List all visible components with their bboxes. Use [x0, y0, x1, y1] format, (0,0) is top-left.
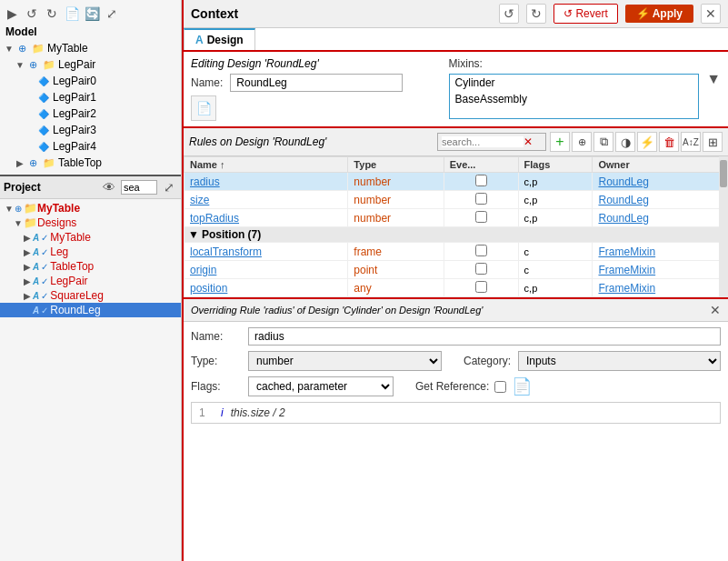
flags-select[interactable]: cached, parameter — [248, 376, 394, 396]
save-icon[interactable]: 📄 — [64, 5, 80, 22]
plus-circle-icon: ⊕ — [25, 155, 40, 170]
table-row[interactable]: topRadius number c,p RoundLeg — [184, 209, 728, 227]
expand-icon[interactable]: ⤢ — [104, 5, 120, 22]
project-search-input[interactable] — [121, 180, 157, 195]
rule-eve-radius[interactable] — [475, 175, 487, 186]
rules-title: Rules on Design 'RoundLeg' — [189, 135, 434, 148]
rule-type-position: any — [354, 282, 371, 295]
rule-name-localtransform[interactable]: localTransform — [190, 245, 262, 258]
override-name-input[interactable] — [248, 327, 721, 346]
override-section: Overriding Rule 'radius' of Design 'Cyli… — [184, 299, 728, 561]
refresh-icon[interactable]: 🔄 — [84, 5, 100, 22]
undo-icon[interactable]: ↺ — [24, 5, 40, 22]
copy-rule-icon[interactable]: ⧉ — [593, 132, 613, 152]
cube-icon: 🔷 — [36, 74, 51, 88]
apply-button[interactable]: ⚡ Apply — [625, 5, 693, 23]
rule-owner-radius[interactable]: RoundLeg — [598, 175, 648, 188]
mixins-label: Mixins: — [449, 57, 700, 70]
rule-eve-localtransform[interactable] — [475, 245, 487, 256]
rules-table: Name ↑ Type Eve... Flags Owner radius nu… — [184, 156, 728, 297]
plus-circle-icon: ⊕ — [15, 41, 29, 55]
scrollbar-thumb[interactable] — [720, 160, 727, 187]
model-toolbar: ▶ ↺ ↻ 📄 🔄 ⤢ — [0, 4, 181, 24]
table-row[interactable]: position any c,p FrameMixin — [184, 279, 728, 297]
search-input[interactable] — [442, 136, 524, 147]
table-row[interactable]: size number c,p RoundLeg — [184, 191, 728, 209]
rule-owner-localtransform[interactable]: FrameMixin — [598, 245, 655, 258]
proj-item-design-tabletop[interactable]: ▶ A ✓ TableTop — [0, 259, 181, 274]
rule-owner-topradius[interactable]: RoundLeg — [598, 212, 648, 225]
tree-item-legpair4[interactable]: 🔷 LegPair4 — [0, 138, 181, 155]
tab-design[interactable]: A Design — [184, 28, 255, 50]
name-form-row: Name: — [191, 327, 721, 346]
search-clear-icon[interactable]: ✕ — [524, 135, 533, 148]
rule-name-topradius[interactable]: topRadius — [190, 212, 239, 225]
get-ref-checkbox[interactable] — [494, 381, 506, 393]
revert-button[interactable]: ↺ Revert — [553, 4, 618, 24]
rule-eve-origin[interactable] — [475, 263, 487, 275]
redo-ctx-icon[interactable]: ↻ — [526, 4, 546, 24]
tree-label-legpair0: LegPair0 — [53, 75, 96, 87]
rule-owner-position[interactable]: FrameMixin — [598, 282, 655, 295]
type-select[interactable]: number — [248, 351, 442, 371]
group-expand-icon[interactable]: ▼ — [188, 228, 199, 241]
rule-name-origin[interactable]: origin — [190, 264, 216, 276]
table-row[interactable]: localTransform frame c FrameMixin — [184, 243, 728, 261]
get-ref-container: Get Reference: 📄 — [415, 376, 532, 396]
proj-label-designs: Designs — [37, 216, 76, 229]
tree-item-legpair2[interactable]: 🔷 LegPair2 — [0, 105, 181, 122]
file-icon-button[interactable]: 📄 — [191, 95, 216, 121]
tab-bar: A Design — [184, 28, 728, 52]
redo-icon[interactable]: ↻ — [44, 5, 60, 22]
add-rule2-icon[interactable]: ⊕ — [572, 132, 592, 152]
table-row[interactable]: radius number c,p RoundLeg — [184, 173, 728, 191]
context-header: Context ↺ ↻ ↺ Revert ⚡ Apply ✕ — [184, 0, 728, 28]
proj-item-design-squareleg[interactable]: ▶ A ✓ SquareLeg — [0, 288, 181, 303]
rule-name-size[interactable]: size — [190, 194, 209, 206]
proj-item-mytable[interactable]: ▼ ⊕ 📁 MyTable — [0, 201, 181, 215]
rule-owner-origin[interactable]: FrameMixin — [598, 264, 655, 276]
code-content[interactable]: this.size / 2 — [231, 406, 285, 419]
rule-eve-position[interactable] — [475, 281, 487, 293]
category-select[interactable]: Inputs — [518, 351, 721, 371]
proj-item-design-roundleg[interactable]: A ✓ RoundLeg — [0, 303, 181, 317]
mixin-item-baseassembly[interactable]: BaseAssembly — [450, 91, 699, 107]
play-icon[interactable]: ▶ — [4, 5, 20, 22]
tree-item-legpair1[interactable]: 🔷 LegPair1 — [0, 89, 181, 105]
rule-type-size: number — [354, 194, 391, 206]
close-override-icon[interactable]: ✕ — [710, 303, 721, 317]
tree-item-legpair[interactable]: ▼ ⊕ 📁 LegPair — [0, 56, 181, 73]
add-rule-icon[interactable]: + — [550, 132, 570, 152]
rule-eve-size[interactable] — [475, 193, 487, 205]
expand-project-icon[interactable]: ⤢ — [161, 179, 177, 195]
table-row[interactable]: origin point c FrameMixin — [184, 261, 728, 279]
rule-owner-size[interactable]: RoundLeg — [598, 194, 648, 206]
scrollbar[interactable] — [719, 156, 728, 297]
name-input[interactable] — [230, 74, 403, 92]
rule-name-position[interactable]: position — [190, 282, 227, 295]
proj-item-design-leg[interactable]: ▶ A ✓ Leg — [0, 245, 181, 259]
eye-icon[interactable]: 👁 — [101, 179, 117, 195]
tree-item-tabletop[interactable]: ▶ ⊕ 📁 TableTop — [0, 155, 181, 171]
tree-item-legpair0[interactable]: 🔷 LegPair0 — [0, 73, 181, 89]
more-icon[interactable]: ⊞ — [703, 132, 723, 152]
editing-label: Editing Design 'RoundLeg' — [191, 57, 442, 70]
close-context-icon[interactable]: ✕ — [701, 4, 721, 24]
rule-type-radius: number — [354, 175, 391, 188]
tree-item-legpair3[interactable]: 🔷 LegPair3 — [0, 122, 181, 138]
toggle-rule-icon[interactable]: ◑ — [615, 132, 635, 152]
rule-eve-topradius[interactable] — [475, 211, 487, 223]
mixin-item-cylinder[interactable]: Cylinder — [450, 75, 699, 91]
doc-icon[interactable]: 📄 — [512, 376, 532, 396]
col-owner: Owner — [593, 157, 728, 173]
undo-ctx-icon[interactable]: ↺ — [499, 4, 519, 24]
tree-item-mytable[interactable]: ▼ ⊕ 📁 MyTable — [0, 40, 181, 56]
lightning-icon[interactable]: ⚡ — [637, 132, 657, 152]
rule-name-radius[interactable]: radius — [190, 175, 220, 188]
proj-item-design-legpair[interactable]: ▶ A ✓ LegPair — [0, 274, 181, 288]
proj-item-design-mytable[interactable]: ▶ A ✓ MyTable — [0, 230, 181, 245]
proj-item-designs[interactable]: ▼ 📁 Designs — [0, 215, 181, 230]
delete-rule-icon[interactable]: 🗑 — [659, 132, 679, 152]
sort-az-icon[interactable]: A↕Z — [681, 132, 701, 152]
cube-icon: 🔷 — [36, 90, 51, 105]
